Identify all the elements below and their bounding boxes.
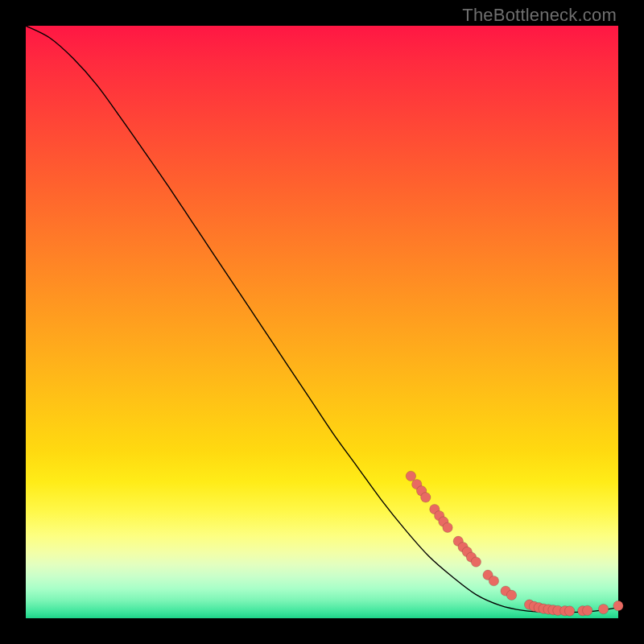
data-marker <box>489 576 498 585</box>
data-marker <box>564 606 574 616</box>
data-marker <box>471 557 481 567</box>
chart-frame: TheBottleneck.com <box>0 0 644 644</box>
data-marker <box>613 601 623 610</box>
data-marker <box>583 605 592 615</box>
bottleneck-curve <box>26 26 618 613</box>
data-marker <box>406 471 415 481</box>
data-marker <box>506 590 516 600</box>
chart-overlay <box>26 26 618 618</box>
data-marker <box>443 522 452 532</box>
plot-area <box>26 26 618 618</box>
data-marker <box>421 493 431 502</box>
credit-label: TheBottleneck.com <box>462 5 617 26</box>
data-marker <box>598 604 608 613</box>
marker-group <box>406 471 623 616</box>
